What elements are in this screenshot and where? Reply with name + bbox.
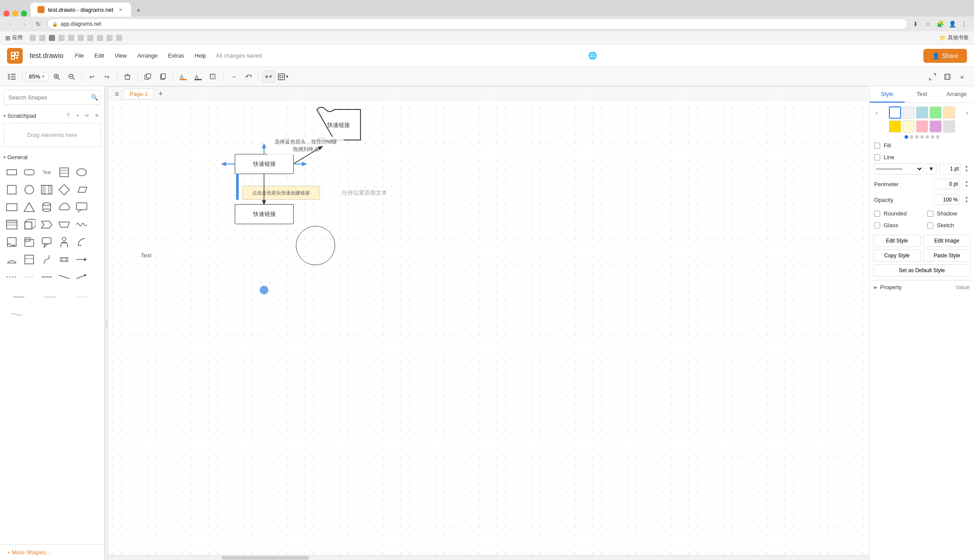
bookmark-2[interactable] bbox=[39, 35, 45, 41]
shape-cylinder[interactable] bbox=[38, 199, 55, 215]
shape-line3[interactable] bbox=[66, 289, 97, 305]
tab-text[interactable]: Text bbox=[905, 86, 940, 102]
address-bar[interactable]: 🔒 app.diagrams.net bbox=[47, 18, 908, 30]
shape-square[interactable] bbox=[3, 181, 20, 198]
shape-line-solid[interactable] bbox=[38, 269, 55, 285]
shape-rect2[interactable] bbox=[3, 199, 20, 215]
canvas-area[interactable]: 快速链接 快速链接 点击蓝色箭头快速创建链接 快速链接 bbox=[108, 86, 869, 560]
duplicate-button[interactable] bbox=[141, 71, 154, 83]
menu-view[interactable]: View bbox=[110, 51, 131, 61]
swatch-prev-button[interactable]: ‹ bbox=[872, 108, 881, 117]
scrollbar-thumb[interactable] bbox=[222, 556, 309, 560]
scratchpad-clear-button[interactable]: ✕ bbox=[93, 112, 101, 120]
shape-wave[interactable] bbox=[73, 216, 90, 233]
bookmark-4[interactable] bbox=[58, 35, 65, 41]
copy-style-button[interactable]: Copy Style bbox=[873, 249, 921, 262]
browser-tab-active[interactable]: test.drawio - diagrams.net ✕ bbox=[31, 3, 131, 17]
diagram-box-2[interactable]: 快速链接 bbox=[235, 204, 294, 224]
insert-button[interactable]: + ▼ bbox=[262, 71, 275, 83]
swatch-plum[interactable] bbox=[929, 120, 942, 133]
bookmark-3[interactable] bbox=[49, 35, 55, 41]
undo-button[interactable]: ↩ bbox=[86, 71, 99, 83]
bookmark-7[interactable] bbox=[87, 35, 93, 41]
traffic-light-red[interactable] bbox=[3, 10, 10, 17]
opacity-up[interactable]: ▲ bbox=[964, 195, 970, 200]
shape-trapezoid[interactable] bbox=[56, 216, 72, 233]
swatch-next-button[interactable]: › bbox=[963, 108, 971, 117]
delete-button[interactable] bbox=[121, 71, 134, 83]
bookmark-1[interactable] bbox=[30, 35, 36, 41]
fill-checkbox[interactable] bbox=[874, 143, 880, 149]
fill-color-button[interactable]: A bbox=[177, 71, 190, 83]
zoom-control[interactable]: 85% ▼ bbox=[26, 72, 48, 81]
menu-arrange[interactable]: Arrange bbox=[133, 51, 162, 61]
line-checkbox[interactable] bbox=[874, 154, 880, 160]
panel-toggle-button[interactable] bbox=[5, 71, 18, 83]
search-input[interactable] bbox=[3, 90, 101, 105]
collapse-panel-button[interactable]: « bbox=[956, 71, 969, 83]
shape-triangle[interactable] bbox=[21, 199, 38, 215]
menu-edit[interactable]: Edit bbox=[90, 51, 108, 61]
shape-step[interactable] bbox=[38, 216, 55, 233]
set-default-style-button[interactable]: Set as Default Style bbox=[873, 264, 971, 277]
property-header[interactable]: ▶ Property Value bbox=[870, 280, 974, 294]
shape-rect-small[interactable] bbox=[3, 164, 20, 181]
bookmark-6[interactable] bbox=[78, 35, 84, 41]
share-button[interactable]: 👤 Share bbox=[923, 49, 967, 63]
line-style-select[interactable]: ————— - - - - - bbox=[874, 163, 923, 174]
bookmark-5[interactable] bbox=[68, 35, 74, 41]
menu-extras[interactable]: Extras bbox=[164, 51, 189, 61]
shape-person[interactable] bbox=[56, 234, 72, 250]
copy-button[interactable] bbox=[156, 71, 169, 83]
shape-rect-rounded[interactable] bbox=[21, 164, 38, 181]
swatch-light-blue[interactable] bbox=[916, 106, 928, 119]
expand-icon[interactable] bbox=[926, 71, 939, 83]
tab-close-button[interactable]: ✕ bbox=[117, 6, 124, 13]
shape-circle[interactable] bbox=[21, 181, 38, 198]
shadow-checkbox[interactable] bbox=[927, 211, 933, 217]
shape-cloud[interactable] bbox=[56, 199, 72, 215]
edit-image-button[interactable]: Edit Image bbox=[923, 235, 971, 247]
shape-arc[interactable] bbox=[73, 234, 90, 250]
profile-icon[interactable]: 👤 bbox=[948, 20, 957, 28]
edit-style-button[interactable]: Edit Style bbox=[873, 235, 921, 247]
traffic-light-green[interactable] bbox=[21, 10, 27, 17]
general-section-header[interactable]: ▾ General bbox=[3, 152, 101, 163]
scratchpad-edit-button[interactable]: ✏ bbox=[83, 112, 91, 120]
shape-line4[interactable] bbox=[3, 306, 30, 323]
horizontal-scrollbar[interactable] bbox=[108, 555, 869, 560]
glass-checkbox[interactable] bbox=[874, 222, 880, 229]
shape-ellipse[interactable] bbox=[73, 164, 90, 181]
shape-paper[interactable] bbox=[3, 234, 20, 250]
shape-line-double[interactable] bbox=[56, 269, 72, 285]
shape-text[interactable]: Text bbox=[38, 164, 55, 181]
shape-line-arrow[interactable] bbox=[73, 269, 90, 285]
tab-arrange[interactable]: Arrange bbox=[939, 86, 974, 102]
swatch-white[interactable] bbox=[889, 106, 901, 119]
shape-cube[interactable] bbox=[21, 216, 38, 233]
traffic-light-yellow[interactable] bbox=[12, 10, 18, 17]
scratchpad-header[interactable]: ▾ Scratchpad ? + ✏ ✕ bbox=[3, 110, 101, 121]
bookmark-other[interactable]: 📁 其他书签 bbox=[940, 34, 969, 41]
perimeter-down[interactable]: ▼ bbox=[964, 184, 970, 188]
download-icon[interactable]: ⬇ bbox=[911, 20, 920, 28]
perimeter-input[interactable] bbox=[934, 179, 960, 189]
shape-diamond[interactable] bbox=[56, 181, 72, 198]
fit-page-button[interactable] bbox=[941, 71, 954, 83]
swatch-gray[interactable] bbox=[943, 120, 955, 133]
shape-line-dashed[interactable] bbox=[3, 269, 20, 285]
rounded-checkbox[interactable] bbox=[874, 211, 880, 217]
swatch-pink[interactable] bbox=[916, 120, 928, 133]
scratchpad-add-button[interactable]: + bbox=[74, 112, 82, 120]
paste-style-button[interactable]: Paste Style bbox=[923, 249, 971, 262]
sketch-checkbox[interactable] bbox=[927, 222, 933, 229]
swatch-lemon[interactable] bbox=[902, 120, 915, 133]
connection-style-button[interactable]: → bbox=[227, 71, 240, 83]
shape-chord[interactable] bbox=[3, 251, 20, 268]
shape-note[interactable] bbox=[56, 164, 72, 181]
shadow-button[interactable] bbox=[206, 71, 219, 83]
opacity-down[interactable]: ▼ bbox=[964, 200, 970, 204]
redo-button[interactable]: ↪ bbox=[100, 71, 113, 83]
reload-button[interactable]: ↻ bbox=[33, 19, 44, 29]
forward-button[interactable]: › bbox=[19, 19, 30, 29]
